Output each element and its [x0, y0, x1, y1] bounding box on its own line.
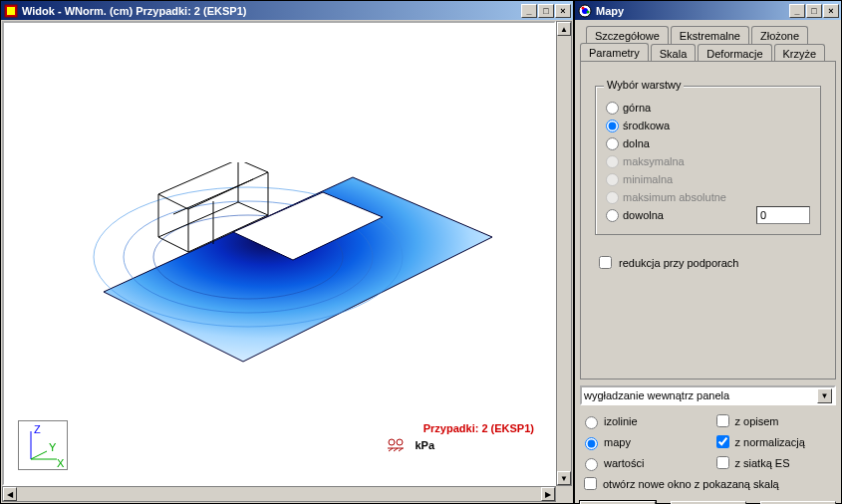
horizontal-scrollbar[interactable]: ◀ ▶ — [2, 486, 556, 502]
tab-szczegolowe[interactable]: Szczegółowe — [586, 26, 669, 44]
tab-panel-parametry: Wybór warstwy górna środkowa dolna maksy… — [580, 61, 836, 379]
tab-deformacje[interactable]: Deformacje — [698, 44, 771, 62]
tab-krzyze[interactable]: Krzyże — [774, 44, 826, 62]
group-legend: Wybór warstwy — [604, 79, 684, 91]
viewport[interactable]: Z Y X Przypadki: 2 (EKSP1) kPa — [2, 21, 556, 486]
svg-point-30 — [587, 10, 590, 13]
unit-label: kPa — [415, 439, 434, 451]
svg-text:Z: Z — [34, 423, 41, 435]
radio-dolna[interactable]: dolna — [606, 134, 810, 152]
svg-text:X: X — [57, 457, 65, 469]
check-otworz-okno[interactable]: otwórz nowe okno z pokazaną skalą — [580, 474, 836, 493]
case-label: Przypadki: 2 (EKSP1) — [423, 422, 534, 434]
maps-icon — [577, 3, 593, 19]
maps-title: Mapy — [596, 5, 789, 17]
maps-window: Mapy _ □ × Szczegółowe Ekstremalne Złożo… — [574, 0, 842, 504]
scroll-left-icon[interactable]: ◀ — [3, 487, 17, 501]
close-button[interactable]: × — [823, 4, 839, 18]
check-z-normalizacja[interactable]: z normalizacją — [712, 432, 837, 451]
check-redukcja[interactable]: redukcja przy podporach — [595, 253, 821, 272]
svg-point-21 — [389, 439, 395, 445]
svg-text:Y: Y — [49, 441, 57, 453]
svg-rect-1 — [7, 7, 15, 15]
radio-maksymalna: maksymalna — [606, 152, 810, 170]
tab-zlozone[interactable]: Złożone — [751, 26, 808, 44]
tab-ekstremalne[interactable]: Ekstremalne — [671, 26, 749, 44]
scroll-right-icon[interactable]: ▶ — [541, 487, 555, 501]
check-z-siatka[interactable]: z siatką ES — [712, 453, 837, 472]
chevron-down-icon[interactable]: ▼ — [817, 388, 832, 403]
scroll-corner — [556, 486, 572, 502]
combo-value: wygładzanie wewnątrz panela — [584, 389, 817, 401]
svg-point-22 — [397, 439, 403, 445]
display-options: izolinie z opisem mapy z normalizacją wa… — [580, 411, 836, 493]
radio-dowolna-row: dowolna — [606, 206, 810, 224]
smoothing-combo[interactable]: wygładzanie wewnątrz panela ▼ — [580, 385, 836, 405]
radio-srodkowa[interactable]: środkowa — [606, 117, 810, 134]
radio-wartosci[interactable]: wartości — [580, 453, 704, 472]
view-title: Widok - WNorm. (cm) Przypadki: 2 (EKSP1) — [22, 5, 521, 17]
close-button[interactable]: × — [555, 4, 571, 18]
radio-mapy[interactable]: mapy — [580, 432, 704, 451]
support-icon — [387, 436, 405, 454]
scroll-down-icon[interactable]: ▼ — [557, 471, 571, 485]
minimize-button[interactable]: _ — [789, 4, 805, 18]
dowolna-input[interactable] — [756, 206, 810, 224]
radio-izolinie[interactable]: izolinie — [580, 411, 704, 430]
group-wybor-warstwy: Wybór warstwy górna środkowa dolna maksy… — [595, 86, 821, 235]
radio-maks-abs: maksimum absolutne — [606, 188, 810, 206]
scroll-up-icon[interactable]: ▲ — [557, 22, 571, 36]
tab-parametry[interactable]: Parametry — [580, 43, 649, 61]
vertical-scrollbar[interactable]: ▲ ▼ — [556, 21, 572, 486]
minimize-button[interactable]: _ — [521, 4, 537, 18]
radio-gorna[interactable]: górna — [606, 99, 810, 117]
maximize-button[interactable]: □ — [538, 4, 554, 18]
axis-triad: Z Y X — [18, 420, 68, 470]
maximize-button[interactable]: □ — [806, 4, 822, 18]
maps-titlebar: Mapy _ □ × — [575, 1, 841, 20]
app-icon — [3, 3, 19, 19]
check-z-opisem[interactable]: z opisem — [712, 411, 837, 430]
radio-dowolna[interactable]: dowolna — [606, 209, 664, 222]
svg-line-17 — [31, 451, 47, 459]
svg-point-29 — [582, 6, 585, 9]
view-titlebar: Widok - WNorm. (cm) Przypadki: 2 (EKSP1)… — [1, 1, 573, 20]
tab-skala[interactable]: Skala — [651, 44, 697, 62]
radio-minimalna: minimalna — [606, 170, 810, 188]
model-plate — [64, 162, 502, 401]
view-window: Widok - WNorm. (cm) Przypadki: 2 (EKSP1)… — [0, 0, 574, 504]
